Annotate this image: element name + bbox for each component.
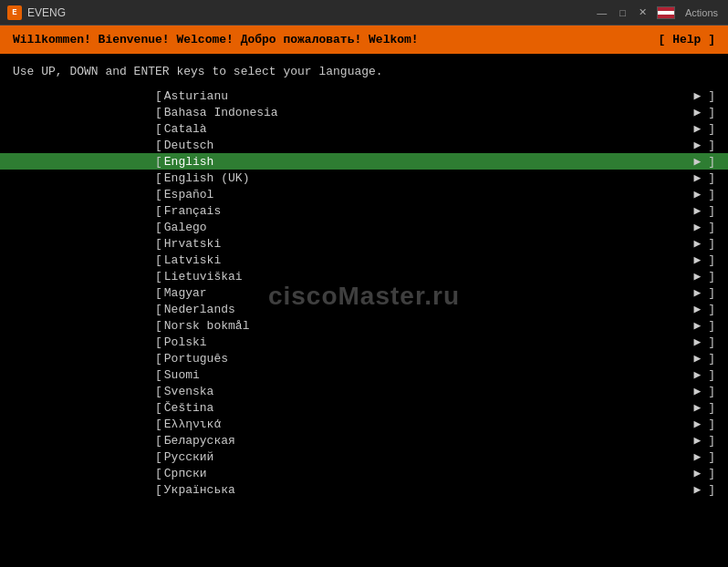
arrow-catala: ▶ ] bbox=[694, 121, 715, 136]
bracket-left-francais: [ bbox=[155, 204, 162, 218]
bracket-left-cestina: [ bbox=[155, 401, 162, 415]
bracket-left-srpski: [ bbox=[155, 467, 162, 480]
minimize-button[interactable]: — bbox=[594, 6, 609, 19]
lang-label-ukrainska: Українська bbox=[164, 483, 235, 497]
lang-item-lietuviski[interactable]: [ Lietuviškai ▶ ] bbox=[0, 268, 728, 284]
lang-label-polski: Polski bbox=[164, 335, 207, 349]
title-right: — □ ✕ Actions bbox=[594, 5, 721, 19]
arrow-bahasa: ▶ ] bbox=[694, 105, 715, 119]
arrow-norsk: ▶ ] bbox=[694, 318, 715, 333]
arrow-ukrainska: ▶ ] bbox=[694, 482, 715, 497]
actions-button[interactable]: Actions bbox=[682, 6, 721, 19]
bracket-left-russki: [ bbox=[155, 450, 162, 464]
arrow-latviski: ▶ ] bbox=[694, 253, 715, 267]
lang-label-srpski: Српски bbox=[164, 467, 207, 480]
bracket-left-svenska: [ bbox=[155, 385, 162, 398]
lang-item-polski[interactable]: [ Polski ▶ ] bbox=[0, 334, 728, 350]
lang-item-norsk[interactable]: [ Norsk bokmål ▶ ] bbox=[0, 317, 728, 334]
lang-label-ellinika: Ελληνικά bbox=[164, 418, 221, 431]
arrow-polski: ▶ ] bbox=[694, 335, 715, 349]
lang-item-portugues[interactable]: [ Português ▶ ] bbox=[0, 350, 728, 366]
arrow-francais: ▶ ] bbox=[694, 203, 715, 218]
bracket-left-catala: [ bbox=[155, 122, 162, 136]
bracket-left-ellinika: [ bbox=[155, 418, 162, 431]
bracket-left-magyar: [ bbox=[155, 286, 162, 300]
app-icon-label: E bbox=[12, 8, 16, 17]
lang-item-magyar[interactable]: [ Magyar ▶ ] bbox=[0, 284, 728, 301]
bracket-left-norsk: [ bbox=[155, 319, 162, 333]
lang-label-russki: Русский bbox=[164, 450, 214, 464]
lang-item-nederlands[interactable]: [ Nederlands ▶ ] bbox=[0, 301, 728, 317]
arrow-cestina: ▶ ] bbox=[694, 400, 715, 415]
lang-item-catala[interactable]: [ Català ▶ ] bbox=[0, 120, 728, 137]
lang-label-bahasa: Bahasa Indonesia bbox=[164, 106, 278, 119]
title-bar: E EVENG — □ ✕ Actions bbox=[0, 0, 728, 26]
bracket-left-english-uk: [ bbox=[155, 171, 162, 185]
lang-label-francais: Français bbox=[164, 204, 221, 218]
arrow-galego: ▶ ] bbox=[694, 220, 715, 234]
lang-item-asturianu[interactable]: [ Asturianu ▶ ] bbox=[0, 88, 728, 104]
lang-item-russki[interactable]: [ Русский ▶ ] bbox=[0, 448, 728, 465]
bracket-left-lietuviski: [ bbox=[155, 270, 162, 284]
lang-label-cestina: Čeština bbox=[164, 401, 214, 415]
lang-item-latviski[interactable]: [ Latviski ▶ ] bbox=[0, 252, 728, 268]
arrow-espanol: ▶ ] bbox=[694, 187, 715, 201]
lang-item-deutsch[interactable]: [ Deutsch ▶ ] bbox=[0, 137, 728, 153]
terminal: Willkommen! Bienvenue! Welcome! Добро по… bbox=[0, 26, 728, 567]
arrow-portugues: ▶ ] bbox=[694, 351, 715, 366]
bracket-left-hrvatski: [ bbox=[155, 237, 162, 251]
welcome-banner: Willkommen! Bienvenue! Welcome! Добро по… bbox=[0, 26, 728, 54]
lang-item-galego[interactable]: [ Galego ▶ ] bbox=[0, 219, 728, 235]
lang-item-english-uk[interactable]: [ English (UK) ▶ ] bbox=[0, 170, 728, 186]
bracket-left-polski: [ bbox=[155, 335, 162, 349]
language-list: [ Asturianu ▶ ] [ Bahasa Indonesia ▶ ] [… bbox=[0, 88, 728, 507]
maximize-button[interactable]: □ bbox=[617, 6, 629, 19]
bracket-left-suomi: [ bbox=[155, 368, 162, 382]
lang-label-catala: Català bbox=[164, 122, 207, 136]
arrow-ellinika: ▶ ] bbox=[694, 417, 715, 431]
lang-label-english: English bbox=[164, 155, 214, 169]
lang-label-svenska: Svenska bbox=[164, 385, 214, 398]
title-text: EVENG bbox=[27, 6, 66, 19]
title-left: E EVENG bbox=[7, 5, 66, 20]
lang-item-svenska[interactable]: [ Svenska ▶ ] bbox=[0, 383, 728, 399]
arrow-lietuviski: ▶ ] bbox=[694, 269, 715, 284]
lang-item-ukrainska[interactable]: [ Українська ▶ ] bbox=[0, 481, 728, 498]
bracket-left-nederlands: [ bbox=[155, 303, 162, 316]
instruction-text: Use UP, DOWN and ENTER keys to select yo… bbox=[0, 54, 728, 88]
arrow-english-uk: ▶ ] bbox=[694, 170, 715, 185]
lang-item-bahasa[interactable]: [ Bahasa Indonesia ▶ ] bbox=[0, 104, 728, 120]
lang-label-latviski: Latviski bbox=[164, 253, 221, 267]
lang-item-ellinika[interactable]: [ Ελληνικά ▶ ] bbox=[0, 416, 728, 432]
lang-label-hrvatski: Hrvatski bbox=[164, 237, 221, 251]
bracket-left-bahasa: [ bbox=[155, 106, 162, 119]
arrow-asturianu: ▶ ] bbox=[694, 88, 715, 103]
lang-item-francais[interactable]: [ Français ▶ ] bbox=[0, 202, 728, 219]
bracket-left-english: [ bbox=[155, 155, 162, 169]
lang-label-deutsch: Deutsch bbox=[164, 139, 214, 152]
lang-item-suomi[interactable]: [ Suomi ▶ ] bbox=[0, 366, 728, 383]
lang-item-hrvatski[interactable]: [ Hrvatski ▶ ] bbox=[0, 235, 728, 252]
lang-label-suomi: Suomi bbox=[164, 368, 200, 382]
arrow-russki: ▶ ] bbox=[694, 449, 715, 464]
lang-item-english[interactable]: [ English ▶ ] bbox=[0, 153, 728, 170]
lang-item-belaruski[interactable]: [ Беларуская ▶ ] bbox=[0, 432, 728, 448]
help-button[interactable]: [ Help ] bbox=[659, 33, 715, 46]
lang-item-espanol[interactable]: [ Español ▶ ] bbox=[0, 186, 728, 202]
arrow-suomi: ▶ ] bbox=[694, 367, 715, 382]
lang-label-nederlands: Nederlands bbox=[164, 303, 235, 316]
bracket-left-portugues: [ bbox=[155, 352, 162, 366]
lang-label-galego: Galego bbox=[164, 221, 207, 234]
bracket-left-galego: [ bbox=[155, 221, 162, 234]
arrow-nederlands: ▶ ] bbox=[694, 302, 715, 316]
bracket-left-latviski: [ bbox=[155, 253, 162, 267]
lang-item-cestina[interactable]: [ Čeština ▶ ] bbox=[0, 399, 728, 416]
lang-label-english-uk: English (UK) bbox=[164, 171, 250, 185]
flag-icon bbox=[657, 6, 675, 19]
app-icon: E bbox=[7, 5, 22, 20]
close-button[interactable]: ✕ bbox=[636, 5, 650, 19]
bracket-left-ukrainska: [ bbox=[155, 483, 162, 497]
lang-label-belaruski: Беларуская bbox=[164, 434, 235, 448]
lang-item-srpski[interactable]: [ Српски ▶ ] bbox=[0, 465, 728, 481]
arrow-srpski: ▶ ] bbox=[694, 466, 715, 480]
